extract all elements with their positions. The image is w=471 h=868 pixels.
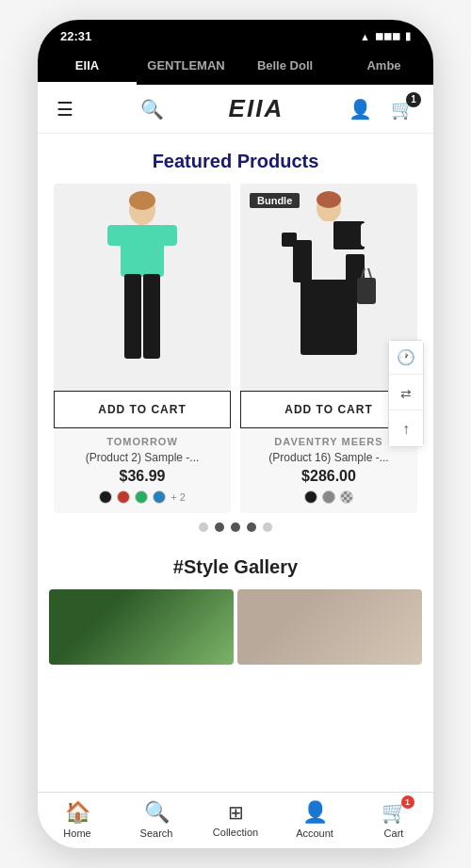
header-icons: 👤 🛒 1 xyxy=(347,96,416,122)
menu-icon: ☰ xyxy=(57,99,73,120)
logo: EIIA xyxy=(229,94,284,123)
search-nav-icon: 🔍 xyxy=(144,800,170,825)
status-bar: 22:31 ▲ ◼◼◼ ▮ xyxy=(38,20,433,49)
account-button[interactable]: 👤 xyxy=(347,96,374,122)
nav-item-account[interactable]: 👤 Account xyxy=(275,793,354,848)
product-price-1: $36.99 xyxy=(54,468,231,485)
svg-rect-16 xyxy=(300,280,357,355)
svg-rect-15 xyxy=(361,223,376,247)
swatch-red[interactable] xyxy=(117,490,130,504)
svg-point-1 xyxy=(129,191,155,210)
menu-button[interactable]: ☰ xyxy=(55,96,75,122)
nav-label-home: Home xyxy=(63,828,90,839)
color-swatches-2 xyxy=(240,490,417,504)
brand-tab-gentleman[interactable]: GENTLEMAN xyxy=(137,49,236,85)
swatch-black-2[interactable] xyxy=(304,490,317,504)
pagination-dots xyxy=(38,513,433,549)
cart-button[interactable]: 🛒 1 xyxy=(389,96,416,122)
dot-3[interactable] xyxy=(231,522,240,532)
dot-4[interactable] xyxy=(247,522,256,532)
brand-tab-ambe[interactable]: Ambe xyxy=(334,49,433,85)
time: 22:31 xyxy=(60,29,91,43)
svg-rect-14 xyxy=(282,233,297,247)
history-icon: 🕐 xyxy=(397,348,415,366)
svg-rect-2 xyxy=(121,225,164,277)
account-icon: 👤 xyxy=(349,99,372,120)
nav-label-search: Search xyxy=(140,828,173,839)
side-actions: 🕐 ⇄ ↑ xyxy=(388,340,424,447)
nav-item-search[interactable]: 🔍 Search xyxy=(117,793,196,848)
signal-icon: ◼◼◼ xyxy=(375,30,400,42)
brand-tab-belledoll[interactable]: Belle Doll xyxy=(236,49,334,85)
svg-rect-17 xyxy=(357,278,376,304)
gallery-image-2[interactable] xyxy=(237,589,422,665)
swatch-blue[interactable] xyxy=(153,490,166,504)
product-brand-1: TOMORROW xyxy=(54,436,231,447)
swatch-green[interactable] xyxy=(135,490,148,504)
nav-label-collection: Collection xyxy=(213,827,258,838)
main-content: Featured Products xyxy=(38,134,433,792)
dot-5[interactable] xyxy=(263,522,272,532)
nav-item-home[interactable]: 🏠 Home xyxy=(38,793,117,848)
home-icon: 🏠 xyxy=(65,800,90,825)
nav-item-collection[interactable]: ⊞ Collection xyxy=(196,793,275,848)
cart-nav-badge: 1 xyxy=(401,796,414,809)
gallery-image-1[interactable] xyxy=(49,589,234,665)
cart-badge: 1 xyxy=(406,92,421,107)
scroll-top-button[interactable]: ↑ xyxy=(389,412,423,446)
nav-item-cart[interactable]: 🛒 1 Cart xyxy=(354,793,433,848)
nav-label-account: Account xyxy=(296,828,333,839)
svg-rect-5 xyxy=(124,274,141,359)
share-icon: ⇄ xyxy=(400,386,412,401)
scroll-top-icon: ↑ xyxy=(402,421,410,438)
battery-icon: ▮ xyxy=(405,30,411,42)
nav-label-cart: Cart xyxy=(384,828,404,839)
add-to-cart-button-1[interactable]: ADD TO CART xyxy=(54,391,231,428)
products-grid: ADD TO CART TOMORROW (Product 2) Sample … xyxy=(38,184,433,513)
swatch-more-1: + 2 xyxy=(171,491,186,503)
status-icons: ▲ ◼◼◼ ▮ xyxy=(360,30,411,42)
swatch-pattern[interactable] xyxy=(340,490,353,504)
svg-line-19 xyxy=(368,268,371,278)
swatch-gray[interactable] xyxy=(322,490,335,504)
product-figure-1 xyxy=(100,184,185,391)
phone-shell: 22:31 ▲ ◼◼◼ ▮ EIIA GENTLEMAN Belle Doll … xyxy=(38,20,433,848)
account-nav-icon: 👤 xyxy=(302,800,328,825)
search-button[interactable]: 🔍 xyxy=(138,96,166,122)
product-image-1[interactable] xyxy=(54,184,231,391)
svg-rect-4 xyxy=(160,225,177,246)
svg-rect-3 xyxy=(107,225,124,246)
gallery-row xyxy=(38,589,433,683)
featured-title: Featured Products xyxy=(38,134,433,184)
header: ☰ 🔍 EIIA 👤 🛒 1 xyxy=(38,85,433,134)
color-swatches-1: + 2 xyxy=(54,490,231,504)
svg-rect-6 xyxy=(143,274,160,359)
bundle-tag: Bundle xyxy=(250,193,300,208)
collection-icon: ⊞ xyxy=(228,801,244,824)
brand-tab-eiia[interactable]: EIIA xyxy=(38,49,137,85)
product-price-2: $286.00 xyxy=(240,468,417,485)
bottom-nav: 🏠 Home 🔍 Search ⊞ Collection 👤 Account 🛒… xyxy=(38,792,433,848)
history-button[interactable]: 🕐 xyxy=(389,341,423,375)
svg-point-8 xyxy=(317,191,341,208)
product-card-1: ADD TO CART TOMORROW (Product 2) Sample … xyxy=(54,184,231,513)
product-figure-2 xyxy=(282,184,376,391)
share-button[interactable]: ⇄ xyxy=(389,377,423,410)
svg-rect-10 xyxy=(293,240,312,282)
dot-2[interactable] xyxy=(215,522,224,532)
dot-1[interactable] xyxy=(199,522,208,532)
product-name-1: (Product 2) Sample -... xyxy=(59,451,225,464)
gallery-title: #Style Gallery xyxy=(38,549,433,589)
product-name-2: (Product 16) Sample -... xyxy=(246,451,412,464)
search-icon: 🔍 xyxy=(140,99,164,120)
svg-rect-11 xyxy=(333,221,365,249)
wifi-icon: ▲ xyxy=(360,31,370,42)
brand-tabs: EIIA GENTLEMAN Belle Doll Ambe xyxy=(38,49,433,85)
cart-nav-wrapper: 🛒 1 xyxy=(382,800,407,825)
swatch-black[interactable] xyxy=(99,490,112,504)
